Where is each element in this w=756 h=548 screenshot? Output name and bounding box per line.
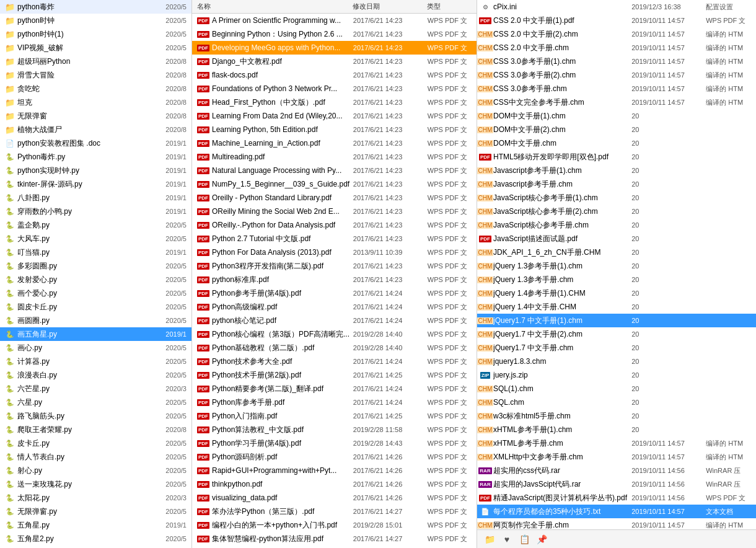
left-item[interactable]: 🐍情人节表白.py2020/5 — [0, 450, 191, 464]
right-file-item[interactable]: CHMDOM中文手册(2).chm20 — [477, 123, 756, 136]
middle-item[interactable]: PDFPython算法教程_中文版.pdf2019/2/28 11:58WPS … — [192, 423, 477, 436]
left-item[interactable]: 🐍画心.py2020/5 — [0, 341, 191, 355]
right-file-item[interactable]: CHMjquery1.8.3.chm20 — [477, 355, 756, 368]
middle-item[interactable]: PDF笨办法学Python（第三版）.pdf2017/6/21 14:27WPS… — [192, 505, 477, 518]
left-item[interactable]: 🐍送一束玫瑰花.py2020/5 — [0, 477, 191, 491]
right-file-item[interactable]: CHMjQuery 1.3参考手册(1).chm20 — [477, 259, 756, 273]
left-item[interactable]: 📁python时钟(1)2020/5 — [0, 27, 191, 41]
left-item[interactable]: 🐍皮卡丘.py2020/5 — [0, 436, 191, 450]
left-item[interactable]: 📁贪吃蛇2020/8 — [0, 82, 191, 95]
right-file-item[interactable]: CHMxHTML参考手册.chm2019/10/11 14:57编译的 HTM — [477, 436, 756, 450]
middle-item[interactable]: PDFPython高级编程.pdf2017/6/21 14:24WPS PDF … — [192, 300, 477, 314]
right-file-item[interactable]: CHMw3c标准html5手册.chm20 — [477, 409, 756, 423]
right-file-item[interactable]: CHMjQuery1.7 中文手册.chm20 — [477, 341, 756, 355]
left-item[interactable]: 🐍python实现时钟.py2019/1 — [0, 164, 191, 177]
middle-item[interactable]: PDFPython 2.7 Tutorial 中文版.pdf2017/6/21 … — [192, 232, 477, 245]
left-item[interactable]: 📁python时钟2020/5 — [0, 14, 191, 27]
middle-item[interactable]: PDFPython入门指南.pdf2017/6/21 14:25WPS PDF … — [192, 409, 477, 423]
middle-item[interactable]: PDF集体智慧编程-python算法应用.pdf2017/6/21 14:27W… — [192, 532, 477, 546]
left-item[interactable]: 🐍穿雨数的小鸭.py2019/1 — [0, 205, 191, 218]
left-item[interactable]: 🐍浪漫表白.py2020/5 — [0, 368, 191, 382]
left-item[interactable]: 📁坦克2020/8 — [0, 95, 191, 109]
right-file-item[interactable]: ⚙cPix.ini2019/12/3 16:38配置设置 — [477, 0, 756, 14]
right-file-item[interactable]: CHMCSS 3.0参考手册(1).chm2019/10/11 14:57编译的… — [477, 55, 756, 68]
right-file-item[interactable]: CHMCSS 2.0 中文手册(2).chm2019/10/11 14:57编译… — [477, 27, 756, 41]
middle-item[interactable]: PDFNatural Language Processing with Py..… — [192, 164, 477, 177]
right-file-item[interactable]: CHMjQuery1.7 中文手册(2).chm20 — [477, 327, 756, 341]
paste-button[interactable]: 📌 — [534, 532, 549, 547]
new-folder-button[interactable]: 📁 — [482, 532, 497, 547]
right-file-item[interactable]: PDF精通JavaScript(图灵计算机科学丛书).pdf2019/10/11… — [477, 491, 756, 505]
left-item[interactable]: 🐍画五角星.py2019/1 — [0, 327, 191, 341]
left-item[interactable]: 🐍无限弹窗.py2020/5 — [0, 505, 191, 518]
middle-item[interactable]: PDFthinkpython.pdf2017/6/21 14:26WPS PDF… — [192, 477, 477, 491]
right-file-item[interactable]: CHMJavascript参考手册.chm20 — [477, 177, 756, 191]
right-file-item[interactable]: CHMjQuery 1.4中文手册.CHM20 — [477, 300, 756, 314]
middle-item[interactable]: PDFDeveloping MeeGo apps with Python...2… — [192, 41, 477, 55]
left-item[interactable]: 🐍多彩圆圈.py2020/5 — [0, 259, 191, 273]
left-item[interactable]: 🐍发射爱心.py2020/5 — [0, 273, 191, 286]
right-file-item[interactable]: PDFJavaScript描述面试题.pdf20 — [477, 232, 756, 245]
copy-button[interactable]: 📋 — [517, 532, 532, 547]
left-item[interactable]: 📁无限弹窗2020/8 — [0, 109, 191, 123]
left-item[interactable]: 🐍射心.py2020/5 — [0, 464, 191, 477]
right-file-item[interactable]: CHMJDK_API_1_6_zh_CN手册.CHM20 — [477, 245, 756, 259]
middle-item[interactable]: PDFRapid+GUI+Programming+with+Pyt...2017… — [192, 464, 477, 477]
right-file-item[interactable]: CHMjQuery1.7 中文手册(1).chm20 — [477, 314, 756, 327]
right-file-item[interactable]: 📄每个程序员都会的35种小技巧.txt2019/10/11 14:57文本文档 — [477, 505, 756, 518]
right-file-item[interactable]: CHMxHTML参考手册(1).chm20 — [477, 423, 756, 436]
middle-item[interactable]: PDFNumPy_1.5_Beginner__039_s_Guide.pdf20… — [192, 177, 477, 191]
middle-item[interactable]: PDFLearning From Data 2nd Ed (Wiley,20..… — [192, 109, 477, 123]
middle-item[interactable]: PDFOReilly.-.Python for Data Analysis.pd… — [192, 218, 477, 232]
middle-item[interactable]: PDFPython核心编程（第3版）PDF高清晰完...2019/2/28 14… — [192, 327, 477, 341]
middle-item[interactable]: PDFPython精要参考(第二版)_翻译.pdf2017/6/21 14:24… — [192, 382, 477, 396]
right-file-item[interactable]: CHMJavaScript核心参考手册(1).chm20 — [477, 191, 756, 205]
middle-item[interactable]: PDFpython核心笔记.pdf2017/6/21 14:24WPS PDF … — [192, 314, 477, 327]
right-file-item[interactable]: CHMJavaScript核心参考手册.chm20 — [477, 218, 756, 232]
middle-item[interactable]: PDFHead_First_Python（中文版）.pdf2017/6/21 1… — [192, 95, 477, 109]
left-item[interactable]: 🐍盖企鹅.py2020/5 — [0, 218, 191, 232]
left-item[interactable]: 📁python毒炸2020/5 — [0, 0, 191, 14]
left-item[interactable]: 🐍八卦图.py2019/1 — [0, 191, 191, 205]
left-item[interactable]: 📁超级玛丽Python2020/8 — [0, 55, 191, 68]
right-file-item[interactable]: CHMjQuery 1.4参考手册(1).CHM20 — [477, 286, 756, 300]
middle-item[interactable]: PDFA Primer on Scientfic Programming w..… — [192, 14, 477, 27]
left-item[interactable]: 🐍六星.py2020/5 — [0, 396, 191, 409]
middle-item[interactable]: PDFOreilly - Python Standard Library.pdf… — [192, 191, 477, 205]
right-file-item[interactable]: CHMDOM中文手册(1).chm20 — [477, 109, 756, 123]
middle-item[interactable]: PDFOReilly Mining the Social Web 2nd E..… — [192, 205, 477, 218]
left-item[interactable]: 🐍五角星.py2019/1 — [0, 518, 191, 532]
middle-item[interactable]: PDFPython学习手册(第4版).pdf2019/2/28 14:43WPS… — [192, 436, 477, 450]
right-file-item[interactable]: CHMDOM中文手册.chm20 — [477, 136, 756, 150]
middle-item[interactable]: PDFPython3程序开发指南(第二版).pdf2017/6/21 14:23… — [192, 259, 477, 273]
left-item[interactable]: 🐍画个爱心.py2020/5 — [0, 286, 191, 300]
left-item[interactable]: 🐍圆皮卡丘.py2020/5 — [0, 300, 191, 314]
right-file-item[interactable]: CHMJavaScript核心参考手册(2).chm20 — [477, 205, 756, 218]
left-item[interactable]: 🐍大风车.py2020/5 — [0, 232, 191, 245]
middle-item[interactable]: PDF编程小白的第一本+python+入门书.pdf2019/2/28 15:0… — [192, 518, 477, 532]
left-item[interactable]: 🐍tkinter-屏保-源码.py2019/1 — [0, 177, 191, 191]
left-item[interactable]: 🐍爬取王者荣耀.py2020/8 — [0, 423, 191, 436]
middle-item[interactable]: PDFLearning Python, 5th Edition.pdf2017/… — [192, 123, 477, 136]
left-item[interactable]: 🐍五角星2.py2020/5 — [0, 532, 191, 546]
middle-item[interactable]: PDFBeginning Python：Using Python 2.6 ...… — [192, 27, 477, 41]
right-file-item[interactable]: PDFHTML5移动开发即学即用[双色].pdf20 — [477, 150, 756, 164]
right-file-item[interactable]: CHMSQL.chm20 — [477, 396, 756, 409]
middle-item[interactable]: PDFMultireading.pdf2017/6/21 14:23WPS PD… — [192, 150, 477, 164]
middle-item[interactable]: PDFPython基础教程（第二版）.pdf2019/2/28 14:40WPS… — [192, 341, 477, 355]
right-file-item[interactable]: CHMCSS中文完全参考手册.chm2019/10/11 14:57编译的 HT… — [477, 95, 756, 109]
left-item[interactable]: 🐍Python毒炸.py2019/1 — [0, 150, 191, 164]
middle-item[interactable]: PDFvisualizing_data.pdf2017/6/21 14:26WP… — [192, 491, 477, 505]
left-item[interactable]: 🐍六芒星.py2020/3 — [0, 382, 191, 396]
left-item[interactable]: 🐍太阳花.py2020/3 — [0, 491, 191, 505]
middle-item[interactable]: PDFFoundations of Python 3 Network Pr...… — [192, 82, 477, 95]
middle-item[interactable]: PDFPython技术手册(第2版).pdf2017/6/21 14:25WPS… — [192, 368, 477, 382]
right-file-item[interactable]: CHMCSS 3.0参考手册.chm2019/10/11 14:57编译的 HT… — [477, 82, 756, 95]
left-item[interactable]: 📄python安装教程图集 .doc2019/1 — [0, 136, 191, 150]
right-file-item[interactable]: RAR超实用的css代码.rar2019/10/11 14:56WinRAR 压 — [477, 464, 756, 477]
middle-item[interactable]: PDFPython For Data Analysis (2013).pdf20… — [192, 245, 477, 259]
middle-item[interactable]: PDFpython标准库.pdf2017/6/21 14:23WPS PDF 文 — [192, 273, 477, 286]
right-file-item[interactable]: RAR超实用的JavsScipt代码.rar2019/10/11 14:56Wi… — [477, 477, 756, 491]
middle-item[interactable]: PDF简明python教程.pdf2013/9/11 10:34WPS PDF … — [192, 546, 477, 548]
left-item[interactable]: 🐍路飞脑筋头.py2020/5 — [0, 409, 191, 423]
